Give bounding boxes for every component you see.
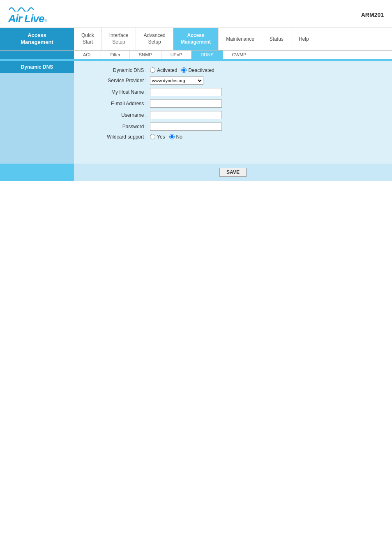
label-host-name: My Host Name : <box>82 89 150 95</box>
label-username: Username : <box>82 112 150 118</box>
input-password[interactable] <box>150 123 222 131</box>
form-row-dynamic-dns: Dynamic DNS : Activated Deactivated <box>82 67 380 73</box>
form-row-password: Password : <box>82 123 380 131</box>
logo: Air Live ® <box>8 4 47 25</box>
input-host-name[interactable] <box>150 88 222 96</box>
header: Air Live ® ARM201 <box>0 0 392 28</box>
nav-item-status[interactable]: Status <box>262 28 291 50</box>
save-bar-sidebar-spacer <box>0 164 74 181</box>
sub-nav: ACL Filter SNMP UPnP DDNS CWMP <box>0 50 392 59</box>
nav-item-access-management-tab[interactable]: Access Management <box>173 28 219 50</box>
nav-item-access-management[interactable]: Access Management <box>0 28 74 50</box>
sidebar-blue-fill <box>0 73 74 164</box>
sub-nav-cwmp[interactable]: CWMP <box>223 51 256 59</box>
input-username[interactable] <box>150 111 222 119</box>
model-name: ARM201 <box>361 12 384 18</box>
sidebar: Dynamic DNS <box>0 61 74 164</box>
label-dynamic-dns: Dynamic DNS : <box>82 67 150 73</box>
sub-nav-filter[interactable]: Filter <box>101 51 129 59</box>
label-wildcard-no: No <box>176 134 182 140</box>
label-email: E-mail Address : <box>82 101 150 106</box>
radio-wildcard-no[interactable] <box>169 134 175 139</box>
label-wildcard-yes: Yes <box>157 134 165 140</box>
logo-text: Air Live ® <box>8 12 47 25</box>
sub-nav-snmp[interactable]: SNMP <box>130 51 161 59</box>
logo-registered: ® <box>44 19 47 23</box>
form-row-username: Username : <box>82 111 380 119</box>
logo-waves <box>8 4 37 12</box>
label-deactivated: Deactivated <box>188 67 214 73</box>
main-nav: Access Management Quick Start Interface … <box>0 28 392 50</box>
save-bar: SAVE <box>0 164 392 181</box>
input-email[interactable] <box>150 99 222 108</box>
form-row-host-name: My Host Name : <box>82 88 380 96</box>
save-button[interactable]: SAVE <box>219 168 247 177</box>
nav-item-quick-start[interactable]: Quick Start <box>74 28 102 50</box>
sub-nav-items: ACL Filter SNMP UPnP DDNS CWMP <box>74 51 255 59</box>
radio-deactivated[interactable] <box>181 67 187 73</box>
radio-wildcard-yes[interactable] <box>150 134 155 139</box>
nav-item-interface-setup[interactable]: Interface Setup <box>102 28 136 50</box>
radio-activated[interactable] <box>150 67 155 73</box>
form-row-service-provider: Service Provider : www.dyndns.org www.tz… <box>82 76 380 85</box>
nav-item-maintenance[interactable]: Maintenance <box>219 28 262 50</box>
main-layout: Dynamic DNS Dynamic DNS : Activated Deac… <box>0 61 392 164</box>
nav-item-advanced-setup[interactable]: Advanced Setup <box>136 28 173 50</box>
label-service-provider: Service Provider : <box>82 78 150 83</box>
label-activated: Activated <box>157 67 177 73</box>
content-area: Dynamic DNS : Activated Deactivated Serv… <box>74 61 392 164</box>
form-row-wildcard: Wildcard support : Yes No <box>82 134 380 140</box>
radio-group-dynamic-dns: Activated Deactivated <box>150 67 214 73</box>
save-bar-content: SAVE <box>74 164 392 181</box>
label-password: Password : <box>82 124 150 130</box>
sub-nav-ddns[interactable]: DDNS <box>191 51 223 59</box>
form-row-email: E-mail Address : <box>82 99 380 108</box>
nav-item-help[interactable]: Help <box>291 28 316 50</box>
sub-nav-acl[interactable]: ACL <box>74 51 101 59</box>
radio-group-wildcard: Yes No <box>150 134 182 140</box>
label-wildcard: Wildcard support : <box>82 134 150 140</box>
select-service-provider[interactable]: www.dyndns.org www.tzo.com www.zoneedit.… <box>150 76 203 85</box>
sub-nav-spacer <box>0 51 74 59</box>
sub-nav-upnp[interactable]: UPnP <box>161 51 192 59</box>
sidebar-item-dynamic-dns[interactable]: Dynamic DNS <box>0 61 74 73</box>
